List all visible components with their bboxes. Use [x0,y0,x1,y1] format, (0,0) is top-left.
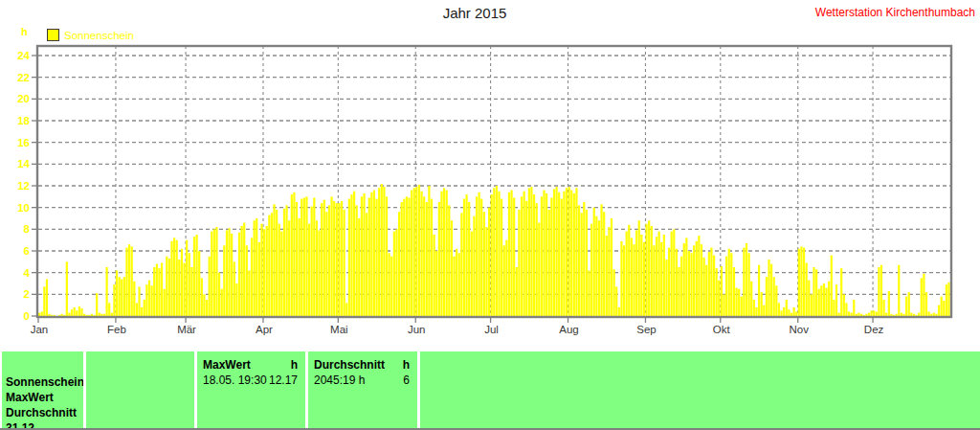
sunshine-bar [793,307,795,316]
sunshine-bar [448,205,450,316]
sunshine-bar [635,230,637,316]
month-label: Dez [864,324,884,335]
sunshine-bar [168,259,170,316]
sunshine-bar [890,314,892,316]
sunshine-bar [713,256,715,316]
sunshine-bar [693,245,695,316]
sunshine-bar [226,230,228,316]
sunshine-bar [189,253,190,316]
sunshine-bar [378,188,380,316]
sunshine-bar [131,246,133,316]
sunshine-bar [193,237,195,316]
sunshine-bar [668,248,670,316]
sunshine-bars [38,184,950,316]
sunshine-bar [593,208,595,316]
sunshine-bar [528,188,530,316]
sunshine-bar [671,232,673,316]
sunshine-bar [603,212,605,316]
sunshine-bar [530,187,532,316]
sunshine-bar [408,197,410,316]
sunshine-bar [783,307,785,316]
sunshine-bar [256,218,257,316]
sunshine-bar [935,314,937,316]
sunshine-bar [260,224,262,316]
y-tick-label: 12 [17,180,30,192]
durchschnitt-cell: Durchschnitt h 2045:19 h 6 [308,351,417,428]
sunshine-bar [658,232,660,316]
sunshine-bar [586,210,588,316]
sunshine-bar [313,197,315,316]
sunshine-bar [415,187,417,316]
sunshine-bar [100,314,102,316]
sunshine-bar [176,240,178,316]
sunshine-bar [66,261,68,316]
sunshine-bar [201,278,203,316]
sunshine-bar [738,289,740,316]
sunshine-bar [145,284,147,316]
sunshine-bar [76,310,78,316]
sunshine-bar [280,232,282,316]
sunshine-bar [203,294,205,316]
sunshine-bar [870,310,872,316]
sunshine-bar [173,238,175,316]
sunshine-bar [570,191,572,316]
sunshine-bar [653,245,655,316]
sunshine-bar [908,292,910,316]
y-tick-label: 6 [24,245,30,257]
sunshine-bar [921,278,923,316]
sunshine-bar [615,286,617,316]
durchschnitt-header: Durchschnitt [314,357,385,373]
sunshine-bar [368,197,370,316]
sunshine-bar [508,192,510,316]
sunshine-bar [578,205,580,316]
sunshine-bar [918,313,920,316]
sunshine-bar [800,246,802,316]
sunshine-bar [561,199,563,316]
sunshine-bar [116,270,118,316]
sunshine-bar [328,205,330,316]
sunshine-bar [463,199,465,316]
sunshine-bar [673,229,675,316]
sunshine-bar [833,300,835,316]
sunshine-bar [518,210,520,316]
sunshine-bar [701,244,702,316]
sunshine-bar [825,288,827,316]
sunshine-bar [538,223,540,316]
sunshine-bar [258,242,260,316]
sunshine-bar [144,300,145,316]
sunshine-bar [465,194,467,316]
sunshine-bar [338,203,340,316]
sunshine-bar [336,203,338,316]
sunshine-bar [213,229,215,316]
sunshine-bar [136,303,138,316]
sunshine-bar [536,203,538,316]
sunshine-bar [283,209,285,316]
summary-empty-cell [86,351,194,428]
sunshine-bar [458,253,460,316]
month-label: Jun [408,324,426,335]
sunshine-bar [323,200,325,316]
sunshine-bar [344,210,345,316]
sunshine-bar [393,232,395,316]
sunshine-bar [390,257,392,316]
sunshine-bar [928,311,930,316]
sunshine-bar [748,253,750,316]
sunshine-bar [128,244,130,316]
sunshine-bar [123,277,125,316]
sunshine-bar [780,310,782,316]
sunshine-bar [690,253,692,316]
sunshine-bar [278,224,280,316]
sunshine-bar [823,283,825,316]
sunshine-bar [480,199,482,316]
sunshine-bar [516,267,518,316]
sunshine-bar [608,227,610,316]
sunshine-bar [791,313,792,316]
sunshine-bar [311,207,313,316]
sunshine-bar [133,282,135,316]
sunshine-bar [510,191,512,316]
sunshine-bar [456,249,457,316]
maxwert-date: 18.05. 19:30 [203,373,267,388]
sunshine-bar [218,273,220,316]
sunshine-bar [403,199,405,316]
sunshine-bar [381,184,383,316]
